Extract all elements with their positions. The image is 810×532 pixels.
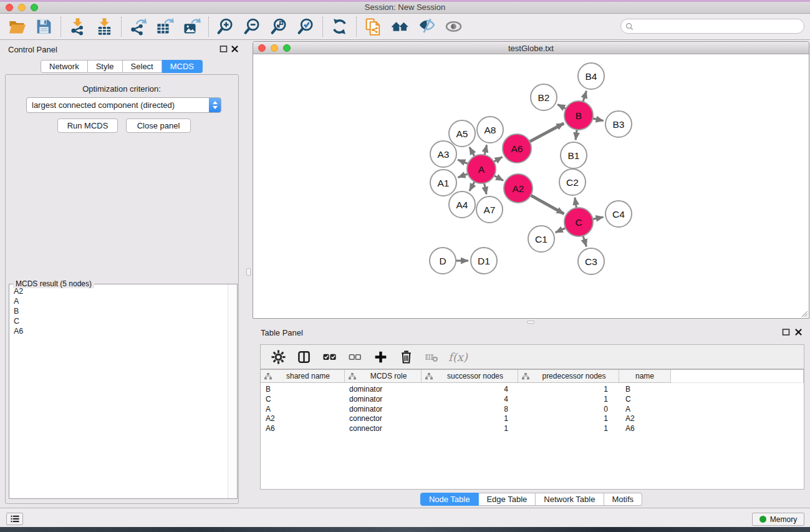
- graph-edge-C-C2[interactable]: [575, 198, 577, 208]
- memory-label: Memory: [770, 515, 797, 524]
- tab-motifs[interactable]: Motifs: [604, 493, 642, 506]
- column-header-shared-name[interactable]: shared name: [261, 370, 345, 383]
- graph-node-label: A5: [456, 128, 468, 139]
- open-file-button[interactable]: [4, 15, 31, 39]
- control-panel-title: Control Panel: [8, 45, 57, 54]
- result-scrollbar[interactable]: [228, 284, 237, 498]
- graph-edge-A-A3[interactable]: [458, 160, 468, 163]
- export-network-button[interactable]: [125, 15, 152, 39]
- graph-node-label: C3: [585, 256, 597, 267]
- home-button[interactable]: [387, 15, 413, 39]
- search-field[interactable]: [620, 19, 804, 34]
- export-table-button[interactable]: [152, 15, 178, 39]
- graph-edge-C-C4[interactable]: [593, 217, 604, 219]
- graph-edge-A-A6[interactable]: [494, 157, 503, 162]
- column-header-predecessor-nodes[interactable]: predecessor nodes: [518, 370, 619, 383]
- tab-node-table[interactable]: Node Table: [420, 493, 479, 506]
- table-cell: C: [619, 395, 671, 405]
- toolbar-separator: [322, 17, 323, 37]
- table-cell: dominator: [345, 385, 422, 395]
- column-header-successor-nodes[interactable]: successor nodes: [422, 370, 518, 383]
- tab-network-table[interactable]: Network Table: [536, 493, 604, 506]
- table-cell: 1: [422, 424, 518, 434]
- save-session-button[interactable]: [31, 15, 57, 39]
- zoom-out-button[interactable]: [239, 15, 266, 39]
- graph-edge-A-A2[interactable]: [494, 176, 503, 181]
- graph-edge-A-A8[interactable]: [485, 145, 487, 155]
- search-input[interactable]: [634, 21, 804, 32]
- graph-edge-B-B2[interactable]: [557, 104, 566, 109]
- result-item[interactable]: B: [9, 306, 227, 316]
- column-header-filler: [671, 370, 804, 383]
- table-toolbar: f(x): [260, 344, 804, 369]
- table-row[interactable]: Cdominator41C: [261, 395, 804, 405]
- floppy-save-icon: [35, 17, 53, 36]
- deselect-all-button[interactable]: [344, 346, 367, 367]
- tab-mcds[interactable]: MCDS: [162, 60, 203, 73]
- vertical-split-grip[interactable]: [246, 268, 251, 276]
- node-table[interactable]: shared nameMCDS rolesuccessor nodesprede…: [260, 369, 804, 490]
- graph-edge-C-C3[interactable]: [583, 236, 586, 246]
- export-image-button[interactable]: [178, 15, 205, 39]
- zoom-in-button[interactable]: [212, 15, 239, 39]
- delete-table-button[interactable]: [420, 346, 443, 367]
- memory-button[interactable]: Memory: [752, 513, 804, 526]
- tab-select[interactable]: Select: [123, 60, 162, 73]
- criterion-dropdown[interactable]: largest connected component (directed): [26, 97, 221, 113]
- float-panel-icon[interactable]: [782, 328, 790, 336]
- close-panel-icon[interactable]: [231, 45, 239, 53]
- result-item[interactable]: A: [9, 296, 227, 306]
- column-header-MCDS-role[interactable]: MCDS role: [345, 370, 422, 383]
- zoom-fit-icon: [270, 17, 288, 36]
- table-row[interactable]: Adominator80A: [261, 405, 804, 415]
- table-cell: A6: [619, 424, 671, 434]
- graph-edge-C-C1[interactable]: [556, 228, 566, 232]
- hierarchy-icon: [522, 373, 529, 380]
- add-column-button[interactable]: [369, 346, 392, 367]
- tab-style[interactable]: Style: [88, 60, 123, 73]
- refresh-button[interactable]: [326, 15, 353, 39]
- graph-edge-B-B3[interactable]: [592, 118, 603, 121]
- column-header-name[interactable]: name: [619, 370, 671, 383]
- graph-edge-A6-B[interactable]: [529, 123, 564, 142]
- result-item[interactable]: C: [9, 316, 227, 326]
- graph-edge-A-A7[interactable]: [485, 183, 487, 195]
- table-row[interactable]: Bdominator41B: [261, 385, 804, 395]
- show-columns-button[interactable]: [292, 346, 316, 367]
- float-panel-icon[interactable]: [219, 45, 228, 53]
- import-network-button[interactable]: [64, 15, 91, 39]
- table-row[interactable]: A2connector11A2: [261, 414, 804, 424]
- close-panel-icon[interactable]: [794, 328, 803, 336]
- close-panel-button[interactable]: Close panel: [126, 118, 191, 133]
- run-mcds-button[interactable]: Run MCDS: [57, 118, 118, 133]
- tab-network[interactable]: Network: [41, 60, 88, 73]
- import-table-button[interactable]: [91, 15, 118, 39]
- mcds-result-list[interactable]: A2ABCA6: [9, 286, 227, 498]
- horizontal-split-grip[interactable]: [527, 321, 534, 324]
- function-builder-button[interactable]: f(x): [446, 351, 468, 364]
- zoom-fit-button[interactable]: [266, 15, 292, 39]
- result-item[interactable]: A2: [9, 286, 227, 296]
- graph-edge-A-A4[interactable]: [470, 181, 475, 191]
- graph-edge-A-A1[interactable]: [458, 174, 468, 178]
- graph-node-label: A7: [484, 205, 496, 215]
- graph-edge-B-B4[interactable]: [583, 91, 586, 102]
- table-settings-button[interactable]: [267, 346, 290, 367]
- clone-network-button[interactable]: [360, 15, 387, 39]
- hide-graphics-details-button[interactable]: [413, 15, 440, 39]
- result-item[interactable]: A6: [9, 326, 227, 336]
- show-graphics-details-button[interactable]: [440, 15, 467, 39]
- table-row[interactable]: A6connector11A6: [261, 424, 804, 434]
- resize-grip-icon[interactable]: [800, 309, 808, 317]
- network-graph-canvas[interactable]: AA1A2A3A4A5A6A7A8BB1B2B3B4CC1C2C3C4DD1: [253, 54, 809, 319]
- zoom-selected-button[interactable]: [292, 15, 319, 39]
- graph-edge-A-A5[interactable]: [470, 147, 475, 157]
- tab-edge-table[interactable]: Edge Table: [478, 493, 536, 506]
- table-cell: 4: [422, 385, 518, 395]
- graph-node-label: C2: [566, 177, 579, 188]
- select-all-button[interactable]: [318, 346, 341, 367]
- task-history-button[interactable]: [6, 513, 23, 525]
- graph-edge-B-B1[interactable]: [576, 130, 577, 140]
- delete-column-button[interactable]: [395, 346, 418, 367]
- graph-edge-A2-C[interactable]: [531, 195, 564, 214]
